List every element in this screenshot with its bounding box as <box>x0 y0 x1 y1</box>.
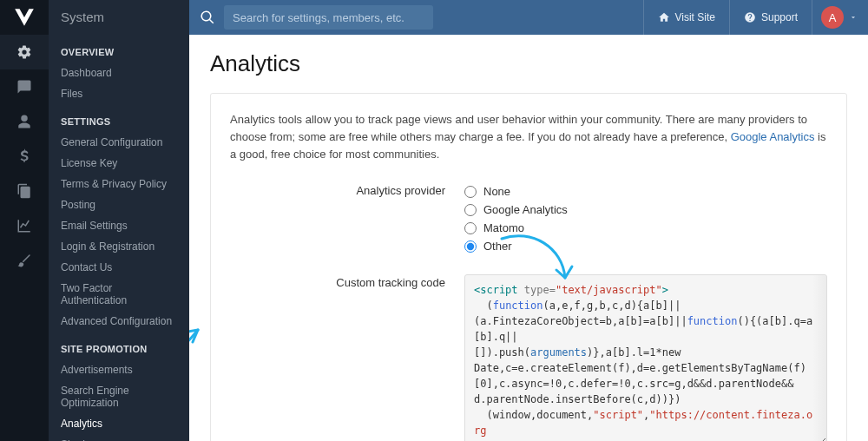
rail-brush-icon[interactable] <box>0 243 49 278</box>
rail-chart-icon[interactable] <box>0 208 49 243</box>
topbar: Visit Site Support A <box>189 0 868 35</box>
sidebar-item-license[interactable]: License Key <box>49 153 189 174</box>
side-group-title: SETTINGS <box>49 104 189 132</box>
home-icon <box>658 11 670 23</box>
sidebar-item-dashboard[interactable]: Dashboard <box>49 63 189 83</box>
rail-user-icon[interactable] <box>0 104 49 139</box>
search-input[interactable] <box>224 5 433 30</box>
side-group-title: SITE PROMOTION <box>49 332 189 359</box>
code-label: Custom tracking code <box>230 274 464 441</box>
provider-none-radio[interactable] <box>464 186 477 198</box>
sidebar-item-login[interactable]: Login & Registration <box>49 236 189 257</box>
brand-logo <box>0 0 49 35</box>
support-label: Support <box>761 11 798 23</box>
sidebar-item-general-config[interactable]: General Configuration <box>49 132 189 153</box>
sidebar-item-posting[interactable]: Posting <box>49 194 189 215</box>
provider-other-radio[interactable] <box>464 240 477 253</box>
sidebar-item-analytics[interactable]: Analytics <box>49 413 189 434</box>
provider-options: None Google Analytics Matomo Other <box>464 182 827 255</box>
side-group-promotion: SITE PROMOTION Advertisements Search Eng… <box>49 332 189 441</box>
provider-label: Analytics provider <box>230 182 464 255</box>
page-title: Analytics <box>210 50 847 77</box>
sidebar: System OVERVIEW Dashboard Files SETTINGS… <box>49 0 189 441</box>
rail-chat-icon[interactable] <box>0 69 49 104</box>
provider-google-radio[interactable] <box>464 204 477 216</box>
sidebar-item-contact[interactable]: Contact Us <box>49 257 189 278</box>
provider-none[interactable]: None <box>464 182 827 201</box>
rail-dollar-icon[interactable] <box>0 139 49 174</box>
content: Analytics Analytics tools allow you to t… <box>189 35 868 441</box>
main: Visit Site Support A Analytics Analytics… <box>189 0 868 441</box>
provider-other[interactable]: Other <box>464 237 827 255</box>
visit-site-link[interactable]: Visit Site <box>653 11 720 23</box>
avatar: A <box>821 6 844 29</box>
google-analytics-link[interactable]: Google Analytics <box>731 130 815 143</box>
icon-rail <box>0 0 49 441</box>
provider-google[interactable]: Google Analytics <box>464 201 827 219</box>
brand-label: System <box>49 0 189 35</box>
support-link[interactable]: Support <box>739 11 803 23</box>
provider-matomo-radio[interactable] <box>464 222 477 234</box>
intro-text: Analytics tools allow you to track page … <box>230 111 827 163</box>
account-menu[interactable]: A <box>821 6 858 29</box>
tracking-code-input[interactable]: <script type="text/javascript"> (functio… <box>464 274 827 441</box>
rail-settings-icon[interactable] <box>0 35 49 69</box>
provider-matomo[interactable]: Matomo <box>464 219 827 237</box>
chevron-down-icon <box>849 13 858 22</box>
search-icon[interactable] <box>200 10 215 25</box>
sidebar-item-2fa[interactable]: Two Factor Authentication <box>49 278 189 311</box>
sidebar-item-email[interactable]: Email Settings <box>49 215 189 236</box>
sidebar-item-terms[interactable]: Terms & Privacy Policy <box>49 174 189 194</box>
sidebar-item-advanced[interactable]: Advanced Configuration <box>49 311 189 332</box>
sidebar-item-ads[interactable]: Advertisements <box>49 359 189 380</box>
side-group-title: OVERVIEW <box>49 35 189 63</box>
help-icon <box>744 11 756 23</box>
side-group-overview: OVERVIEW Dashboard Files <box>49 35 189 104</box>
visit-site-label: Visit Site <box>675 11 715 23</box>
sidebar-item-seo[interactable]: Search Engine Optimization <box>49 380 189 413</box>
side-group-settings: SETTINGS General Configuration License K… <box>49 104 189 332</box>
sidebar-item-sharing[interactable]: Sharing <box>49 434 189 441</box>
annotation-arrow-1 <box>189 321 207 399</box>
rail-copy-icon[interactable] <box>0 174 49 208</box>
sidebar-item-files[interactable]: Files <box>49 83 189 104</box>
settings-card: Analytics tools allow you to track page … <box>210 93 847 441</box>
